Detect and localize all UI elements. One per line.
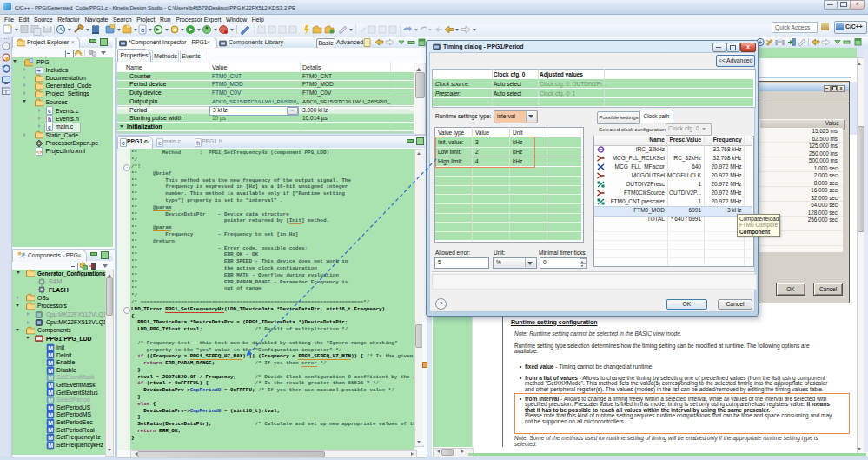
svg-text:c: c (141, 26, 145, 34)
